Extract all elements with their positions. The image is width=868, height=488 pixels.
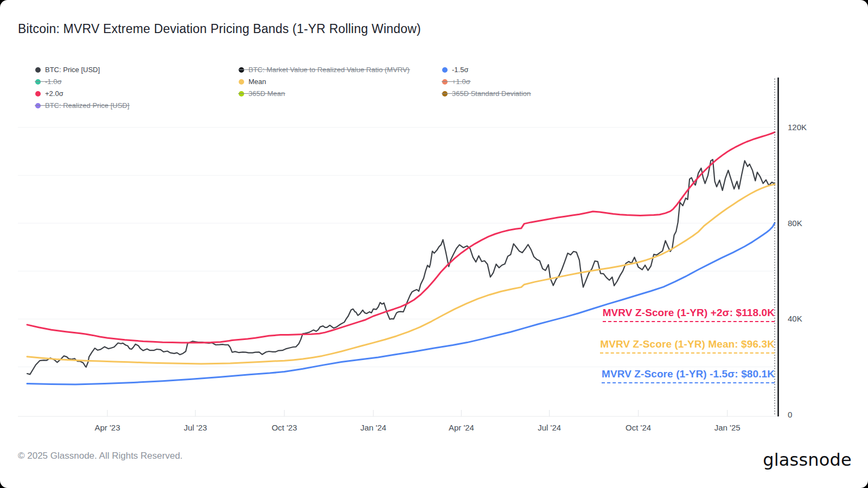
365d-mean-swatch-icon <box>239 91 244 97</box>
legend-label: Mean <box>248 78 266 86</box>
legend-item-365d-mean[interactable]: 365D Mean <box>239 89 285 98</box>
legend-label: BTC: Realized Price [USD] <box>45 101 129 110</box>
svg-text:Apr '23: Apr '23 <box>94 423 120 432</box>
svg-text:Oct '23: Oct '23 <box>272 423 297 432</box>
plus-1-0-sigma-swatch-icon <box>442 79 448 85</box>
svg-text:Jul '24: Jul '24 <box>538 423 561 432</box>
btc-price-swatch-icon <box>35 67 41 73</box>
svg-text:Oct '24: Oct '24 <box>626 423 651 432</box>
annotation-plus-2-sigma: MVRV Z-Score (1-YR) +2σ: $118.0K <box>603 307 775 322</box>
svg-text:Jan '25: Jan '25 <box>714 423 741 432</box>
legend-label: 365D Standard Deviation <box>452 89 531 98</box>
svg-text:120K: 120K <box>788 123 807 132</box>
svg-text:80K: 80K <box>788 219 802 228</box>
legend-item-plus-2-0-sigma[interactable]: +2.0σ <box>35 89 63 98</box>
glassnode-logo[interactable]: glassnode <box>763 450 852 470</box>
annotation-minus-1-5-sigma: MVRV Z-Score (1-YR) -1.5σ: $80.1K <box>602 368 775 383</box>
mvrv-ratio-swatch-icon <box>239 67 244 73</box>
legend-item-mvrv-ratio[interactable]: BTC: Market Value to Realized Value Rati… <box>239 65 410 74</box>
365d-std-dev-swatch-icon <box>442 91 448 97</box>
legend-item-minus-1-0-sigma[interactable]: -1.0σ <box>35 77 61 86</box>
legend-label: +1.0σ <box>452 78 470 86</box>
legend-label: BTC: Price [USD] <box>45 66 100 74</box>
legend-item-plus-1-0-sigma[interactable]: +1.0σ <box>442 77 470 86</box>
minus-1-5-sigma-swatch-icon <box>442 67 448 73</box>
legend-label: BTC: Market Value to Realized Value Rati… <box>248 66 410 74</box>
legend-label: -1.5σ <box>452 66 468 74</box>
legend-item-btc-realized-price[interactable]: BTC: Realized Price [USD] <box>35 101 129 110</box>
glassnode-chart-page: Bitcoin: MVRV Extreme Deviation Pricing … <box>0 0 868 488</box>
svg-text:40K: 40K <box>788 314 802 323</box>
annotation-mean: MVRV Z-Score (1-YR) Mean: $96.3K <box>600 338 775 354</box>
legend-item-btc-price[interactable]: BTC: Price [USD] <box>35 65 100 74</box>
chart-legend: BTC: Price [USD] BTC: Market Value to Re… <box>35 65 675 110</box>
legend-item-365d-std-dev[interactable]: 365D Standard Deviation <box>442 89 531 98</box>
svg-text:Apr '24: Apr '24 <box>449 423 474 432</box>
legend-item-minus-1-5-sigma[interactable]: -1.5σ <box>442 65 468 74</box>
plus-2-0-sigma-swatch-icon <box>35 91 41 97</box>
legend-label: -1.0σ <box>45 78 61 86</box>
legend-item-mean[interactable]: Mean <box>239 77 266 86</box>
svg-text:Jul '23: Jul '23 <box>184 423 207 432</box>
btc-realized-price-swatch-icon <box>35 103 41 108</box>
svg-text:Jan '24: Jan '24 <box>360 423 386 432</box>
legend-label: 365D Mean <box>248 89 285 98</box>
minus-1-0-sigma-swatch-icon <box>35 79 41 85</box>
legend-label: +2.0σ <box>45 89 63 98</box>
svg-text:0: 0 <box>788 410 792 419</box>
mean-swatch-icon <box>239 79 244 85</box>
copyright-text: © 2025 Glassnode. All Rights Reserved. <box>18 451 183 461</box>
